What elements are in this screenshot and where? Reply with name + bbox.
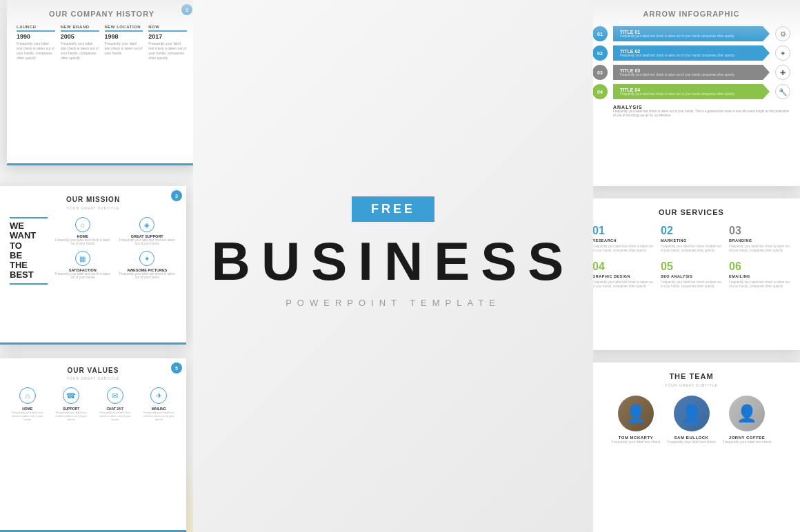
free-badge: FREE [352,196,434,222]
mission-tagline: WEWANTTOBETHE BEST [10,217,48,285]
values-title: OUR VALUES [8,367,178,374]
avatar-jorny: 👤 [729,396,765,431]
team-member-3: 👤 JORNY COFFEE Frequently your label tex… [723,396,772,444]
history-badge: 2 [181,4,192,15]
mission-icon-satisfaction: ▦ SATISFACTION Frequently your label tex… [53,251,112,279]
arrow-slide: ARROW INFOGRAPHIC 01 TITLE 01 Frequently… [583,0,800,186]
history-item-newbrand: NEW BRAND 2005 Frequently your label tex… [61,25,99,61]
member-title-2: Frequently your label text check [667,440,716,444]
values-badge: 5 [171,362,182,374]
history-label-4: NOW [148,25,187,29]
arrow-item-4: 04 TITLE 04 Frequently your label text c… [592,84,790,99]
values-slide: OUR VALUES YOUR GREAT SUBTITLE 5 ⌂ HOME … [0,358,186,532]
mission-badge: 3 [171,190,182,201]
history-label-2: NEW BRAND [61,25,99,29]
service-graphic-design: 04 GRAPHIC DESIGN Frequently your label … [592,260,654,289]
service-branding: 03 BRANDING Frequently your label text c… [729,225,790,254]
our-services-slide: OUR SERVICES 01 RESEARCH Frequently your… [583,198,800,350]
service-seo: 05 SEO ANALYSIS Frequently your label te… [661,260,722,289]
business-title: BUSINESS [212,234,575,288]
analysis-title: ANALYSIS [613,105,790,110]
team-subtitle: YOUR GREAT SUBTITLE [592,383,790,387]
mission-icon-support: ◈ GREAT SUPPORT Frequently your label te… [118,217,177,245]
arrow-num-2: 02 [592,45,608,61]
team-member-2: 👤 SAM BULLOCK Frequently your label text… [667,396,716,444]
history-year-3: 1998 [105,33,143,40]
arrow-item-3: 03 TITLE 03 Frequently your label text c… [592,65,790,80]
history-year-1: 1990 [17,33,55,40]
history-desc-3: Frequently your label text check is take… [105,41,143,56]
history-slide: OUR COMPANY HISTORY 2 LAUNCH 1990 Freque… [7,0,197,165]
member-title-1: Frequently your label text check [612,440,661,444]
history-desc-2: Frequently your label text check is take… [61,41,99,61]
arrow-num-3: 03 [592,65,608,80]
history-desc-1: Frequently your label text check is take… [17,41,55,61]
arrow-title: ARROW INFOGRAPHIC [592,10,790,18]
values-icon-support: ☎ SUPPORT Frequently your label text che… [52,387,91,422]
history-desc-4: Frequently your label text check is take… [148,41,187,61]
history-label-3: NEW LOCATION [105,25,143,29]
arrow-num-1: 01 [592,26,608,41]
member-title-3: Frequently your label text check [723,440,772,444]
history-year-4: 2017 [148,33,187,40]
service-emailing: 06 EMAILING Frequently your label text c… [729,260,790,289]
values-icon-home: ⌂ HOME Frequently your label text check … [8,387,47,422]
values-icon-chat: ✉ CHAT 24/7 Frequently your label text c… [96,387,134,422]
mission-icon-home: ⌂ HOME Frequently your label text check … [53,217,112,245]
our-services-title: OUR SERVICES [592,208,790,216]
mission-subtitle: YOUR GREAT SUBTITLE [10,206,177,210]
service-research: 01 RESEARCH Frequently your label text c… [592,225,654,254]
team-title: THE TEAM [592,372,790,380]
arrow-icon-4: 🔧 [775,84,790,99]
powerpoint-subtitle: POWERPOINT TEMPLATE [286,298,501,308]
analysis-text: Frequently your label text check is take… [613,110,790,119]
arrow-icon-1: ⚙ [775,26,790,41]
service-marketing: 02 MARKETING Frequently your label text … [661,225,722,254]
arrow-icon-2: ✦ [775,45,790,61]
history-title: OUR COMPANY HISTORY [17,10,187,18]
mission-icon-pictures: ✦ AWESOME PICTURES Frequently your label… [118,251,177,279]
center-area: FREE BUSINESS POWERPOINT TEMPLATE [193,0,593,532]
values-subtitle: YOUR GREAT SUBTITLE [8,376,178,380]
history-year-2: 2005 [61,33,99,40]
history-label-1: LAUNCH [17,25,55,29]
history-item-launch: LAUNCH 1990 Frequently your label text c… [17,25,55,61]
arrow-num-4: 04 [592,84,608,99]
mission-slide: OUR MISSION YOUR GREAT SUBTITLE 3 WEWANT… [0,186,186,345]
team-slide: THE TEAM YOUR GREAT SUBTITLE 👤 TOM MCKAR… [583,362,800,532]
arrow-item-2: 02 TITLE 02 Frequently your label text c… [592,45,790,61]
history-item-newlocation: NEW LOCATION 1998 Frequently your label … [105,25,143,61]
avatar-tom: 👤 [618,396,654,431]
history-item-now: NOW 2017 Frequently your label text chec… [148,25,187,61]
arrow-item-1: 01 TITLE 01 Frequently your label text c… [592,26,790,41]
mission-title: OUR MISSION [10,196,177,203]
arrow-icon-3: ✚ [775,65,790,80]
avatar-sam: 👤 [674,396,710,431]
team-member-1: 👤 TOM MCKARTY Frequently your label text… [612,396,661,444]
values-icon-mailing: ✈ MAILING Frequently your label text che… [140,387,179,422]
